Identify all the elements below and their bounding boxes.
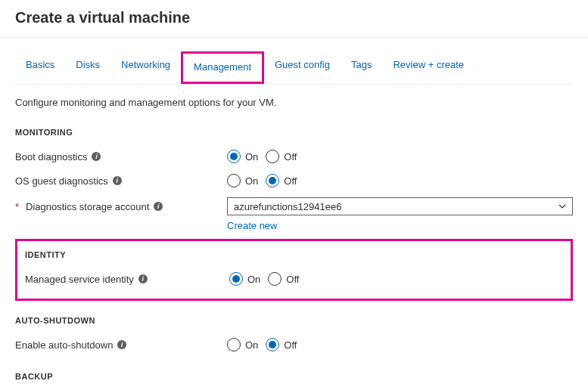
- boot-diagnostics-on[interactable]: On: [227, 150, 258, 163]
- field-managed-service-identity: Managed service identity i On Off: [25, 267, 563, 291]
- label-managed-service-identity: Managed service identity: [25, 274, 134, 285]
- label-boot-diagnostics: Boot diagnostics: [15, 151, 87, 163]
- tab-management[interactable]: Management: [181, 51, 264, 84]
- label-os-guest-diagnostics: OS guest diagnostics: [15, 175, 108, 187]
- radio-label-off: Off: [286, 274, 299, 285]
- msi-on[interactable]: On: [229, 272, 260, 286]
- section-auto-shutdown: AUTO-SHUTDOWN: [15, 301, 573, 333]
- info-icon[interactable]: i: [92, 152, 101, 161]
- info-icon[interactable]: i: [113, 176, 122, 185]
- label-diagnostics-storage-account: Diagnostics storage account: [26, 201, 149, 212]
- tab-disks[interactable]: Disks: [65, 51, 110, 84]
- tab-basics[interactable]: Basics: [15, 51, 65, 84]
- radio-label-off: Off: [284, 339, 297, 351]
- tab-description: Configure monitoring and management opti…: [15, 85, 573, 113]
- info-icon[interactable]: i: [138, 274, 148, 283]
- auto-shutdown-on[interactable]: On: [227, 338, 258, 351]
- section-backup: BACKUP: [15, 357, 573, 387]
- tab-guest-config[interactable]: Guest config: [264, 51, 341, 84]
- required-indicator: *: [15, 201, 19, 212]
- chevron-down-icon: [558, 203, 566, 210]
- radio-label-on: On: [245, 339, 258, 351]
- section-monitoring: MONITORING: [15, 113, 573, 144]
- radio-label-on: On: [245, 151, 258, 163]
- field-boot-diagnostics: Boot diagnostics i On Off: [15, 144, 573, 169]
- boot-diagnostics-off[interactable]: Off: [266, 150, 297, 163]
- radio-label-on: On: [247, 274, 260, 285]
- auto-shutdown-off[interactable]: Off: [266, 338, 297, 351]
- label-enable-auto-shutdown: Enable auto-shutdown: [15, 339, 113, 351]
- os-guest-diagnostics-off[interactable]: Off: [266, 174, 297, 187]
- tabs: Basics Disks Networking Management Guest…: [15, 51, 573, 85]
- tab-review-create[interactable]: Review + create: [382, 51, 474, 84]
- info-icon[interactable]: i: [154, 202, 163, 211]
- field-enable-auto-shutdown: Enable auto-shutdown i On Off: [15, 333, 573, 357]
- os-guest-diagnostics-on[interactable]: On: [227, 174, 258, 187]
- tab-networking[interactable]: Networking: [110, 51, 181, 84]
- msi-off[interactable]: Off: [268, 272, 299, 286]
- field-os-guest-diagnostics: OS guest diagnostics i On Off: [15, 169, 573, 193]
- field-diagnostics-storage-account: * Diagnostics storage account i azurefun…: [15, 193, 573, 220]
- radio-label-on: On: [245, 175, 258, 187]
- diagnostics-storage-account-select[interactable]: azurefunctions12941ee6: [227, 197, 573, 215]
- select-value: azurefunctions12941ee6: [234, 201, 341, 212]
- section-identity: IDENTITY: [25, 246, 563, 267]
- info-icon[interactable]: i: [117, 340, 126, 349]
- radio-label-off: Off: [284, 175, 297, 187]
- create-new-link[interactable]: Create new: [227, 217, 277, 231]
- identity-highlight: IDENTITY Managed service identity i On O…: [15, 239, 573, 301]
- page-title: Create a virtual machine: [0, 0, 588, 38]
- tab-tags[interactable]: Tags: [341, 51, 382, 84]
- radio-label-off: Off: [284, 151, 297, 163]
